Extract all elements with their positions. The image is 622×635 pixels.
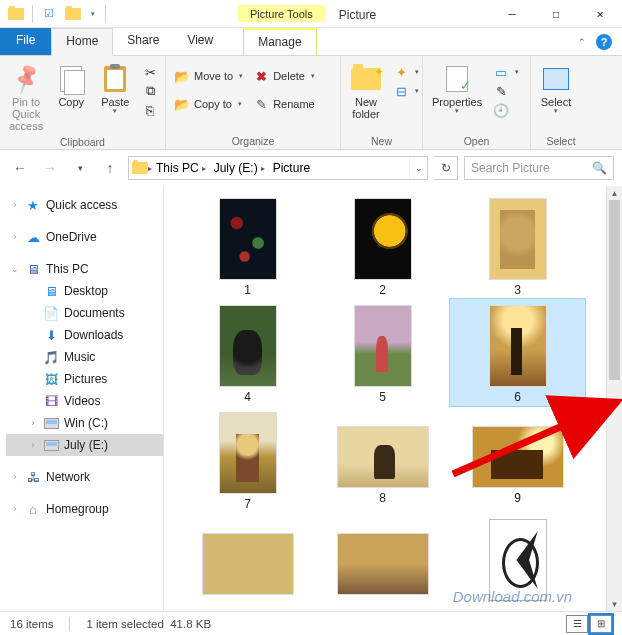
scroll-up-button[interactable]: ▲ — [607, 186, 622, 200]
easy-access-button[interactable]: ⊟▾ — [391, 82, 421, 100]
tab-manage[interactable]: Manage — [243, 28, 316, 55]
tree-this-pc[interactable]: ⌄🖥This PC — [6, 258, 163, 280]
search-icon: 🔍 — [592, 161, 607, 175]
downloads-icon: ⬇ — [43, 327, 59, 343]
details-view-button[interactable]: ☰ — [566, 615, 588, 633]
thumbnail-image — [489, 305, 547, 387]
file-thumbnail[interactable]: 2 — [315, 192, 450, 299]
tab-file[interactable]: File — [0, 28, 51, 55]
file-thumbnail[interactable]: 7 — [180, 406, 315, 513]
tree-music[interactable]: 🎵Music — [6, 346, 163, 368]
desktop-icon: 🖥 — [43, 283, 59, 299]
cut-button[interactable]: ✂ — [140, 63, 160, 81]
copy-path-button[interactable]: ⧉ — [140, 82, 160, 100]
file-thumbnail[interactable] — [450, 513, 585, 606]
homegroup-icon: ⌂ — [25, 501, 41, 517]
tree-homegroup[interactable]: ›⌂Homegroup — [6, 498, 163, 520]
file-thumbnail[interactable]: 5 — [315, 299, 450, 406]
search-input[interactable]: Search Picture 🔍 — [464, 156, 614, 180]
pin-quick-access-button[interactable]: 📌 Pin to Quick access — [4, 61, 48, 134]
ribbon: 📌 Pin to Quick access Copy Paste ▾ ✂ ⧉ ⎘… — [0, 56, 622, 150]
refresh-button[interactable]: ↻ — [434, 156, 458, 180]
group-select-label: Select — [535, 133, 587, 149]
contextual-tab-label: Picture Tools — [238, 5, 325, 22]
tree-videos[interactable]: 🎞Videos — [6, 390, 163, 412]
up-button[interactable]: ↑ — [98, 156, 122, 180]
star-icon: ★ — [25, 197, 41, 213]
properties-icon — [441, 63, 473, 95]
new-item-button[interactable]: ✦▾ — [391, 63, 421, 81]
tree-drive-c[interactable]: ›Win (C:) — [6, 412, 163, 434]
copy-to-button[interactable]: 📂Copy to▾ — [172, 95, 245, 113]
vertical-scrollbar[interactable]: ▲ ▼ — [606, 186, 622, 611]
tree-quick-access[interactable]: ›★Quick access — [6, 194, 163, 216]
maximize-button[interactable]: ☐ — [534, 0, 578, 28]
thumbnail-label: 9 — [514, 491, 521, 505]
window-title: Picture — [325, 8, 490, 22]
folder-icon[interactable] — [6, 4, 26, 24]
content-pane[interactable]: 123456789 ▲ ▼ — [164, 186, 622, 611]
scroll-thumb[interactable] — [609, 200, 620, 380]
paste-shortcut-button[interactable]: ⎘ — [140, 101, 160, 119]
tree-pictures[interactable]: 🖼Pictures — [6, 368, 163, 390]
breadcrumb-segment[interactable]: July (E:)▸ — [210, 161, 269, 175]
tree-documents[interactable]: 📄Documents — [6, 302, 163, 324]
open-button[interactable]: ▭▾ — [491, 63, 521, 81]
address-bar[interactable]: ▸ This PC▸ July (E:)▸ Picture ⌄ — [128, 156, 428, 180]
thumbnail-image — [489, 519, 547, 601]
address-dropdown[interactable]: ⌄ — [409, 157, 427, 179]
breadcrumb-segment[interactable]: Picture — [269, 161, 314, 175]
tab-home[interactable]: Home — [51, 28, 113, 56]
file-thumbnail[interactable] — [315, 513, 450, 606]
properties-button[interactable]: Properties ▾ — [427, 61, 487, 117]
tab-view[interactable]: View — [173, 28, 227, 55]
folder-icon[interactable] — [63, 4, 83, 24]
pin-label: Pin to Quick access — [9, 96, 43, 132]
qat-dropdown[interactable]: ▾ — [87, 10, 99, 18]
checkbox-icon[interactable]: ☑ — [39, 4, 59, 24]
delete-icon: ✖ — [253, 68, 269, 84]
file-thumbnail[interactable]: 9 — [450, 406, 585, 513]
cloud-icon: ☁ — [25, 229, 41, 245]
tree-desktop[interactable]: 🖥Desktop — [6, 280, 163, 302]
rename-button[interactable]: ✎Rename — [251, 95, 317, 113]
thumbnail-label: 8 — [379, 491, 386, 505]
pictures-icon: 🖼 — [43, 371, 59, 387]
forward-button[interactable]: → — [38, 156, 62, 180]
close-button[interactable]: ✕ — [578, 0, 622, 28]
select-button[interactable]: Select ▾ — [535, 61, 577, 117]
edit-button[interactable]: ✎ — [491, 82, 521, 100]
delete-button[interactable]: ✖Delete▾ — [251, 67, 317, 85]
file-thumbnail[interactable]: 4 — [180, 299, 315, 406]
thumbnail-label: 7 — [244, 497, 251, 511]
network-icon: 🖧 — [25, 469, 41, 485]
help-button[interactable]: ? — [596, 34, 612, 50]
history-button[interactable]: 🕘 — [491, 101, 521, 119]
file-thumbnail[interactable]: 8 — [315, 406, 450, 513]
file-thumbnail[interactable]: 3 — [450, 192, 585, 299]
thumbnail-image — [219, 198, 277, 280]
open-icon: ▭ — [493, 64, 509, 80]
copy-button[interactable]: Copy — [50, 61, 92, 110]
minimize-button[interactable]: — — [490, 0, 534, 28]
recent-locations-button[interactable]: ▾ — [68, 156, 92, 180]
back-button[interactable]: ← — [8, 156, 32, 180]
thumbnail-label: 2 — [379, 283, 386, 297]
tree-drive-e[interactable]: ›July (E:) — [6, 434, 163, 456]
file-thumbnail[interactable]: 1 — [180, 192, 315, 299]
thumbnails-view-button[interactable]: ⊞ — [590, 615, 612, 633]
monitor-icon: 🖥 — [25, 261, 41, 277]
file-thumbnail[interactable] — [180, 513, 315, 606]
move-to-button[interactable]: 📂Move to▾ — [172, 67, 245, 85]
paste-button[interactable]: Paste ▾ — [94, 61, 136, 117]
tree-downloads[interactable]: ⬇Downloads — [6, 324, 163, 346]
breadcrumb-segment[interactable]: This PC▸ — [152, 161, 210, 175]
tab-share[interactable]: Share — [113, 28, 173, 55]
new-folder-button[interactable]: New folder — [345, 61, 387, 122]
scroll-down-button[interactable]: ▼ — [607, 597, 622, 611]
collapse-ribbon-button[interactable]: ⌃ — [578, 37, 586, 47]
file-thumbnail[interactable]: 6 — [450, 299, 585, 406]
navigation-tree: ›★Quick access ›☁OneDrive ⌄🖥This PC 🖥Des… — [0, 186, 164, 611]
tree-network[interactable]: ›🖧Network — [6, 466, 163, 488]
tree-onedrive[interactable]: ›☁OneDrive — [6, 226, 163, 248]
